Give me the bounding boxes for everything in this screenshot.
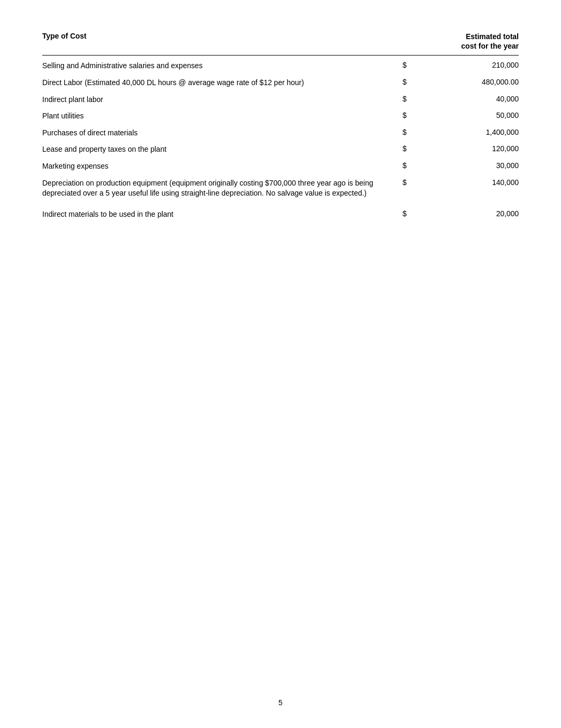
row-amount: 30,000 xyxy=(466,161,519,170)
row-label: Depreciation on production equipment (eq… xyxy=(42,178,403,199)
table-row: Purchases of direct materials$1,400,000 xyxy=(42,125,519,142)
table-row: Plant utilities$50,000 xyxy=(42,108,519,125)
row-label: Plant utilities xyxy=(42,111,403,122)
row-amount: 480,000.00 xyxy=(466,78,519,86)
table-row: Direct Labor (Estimated 40,000 DL hours … xyxy=(42,75,519,91)
row-currency: $ xyxy=(403,144,407,153)
page-container: Type of Cost Estimated total cost for th… xyxy=(0,0,561,254)
row-label: Indirect materials to be used in the pla… xyxy=(42,209,403,220)
page-number: 5 xyxy=(278,698,283,707)
row-currency: $ xyxy=(403,209,407,218)
row-value-container: $50,000 xyxy=(403,111,519,119)
table-header: Type of Cost Estimated total cost for th… xyxy=(42,32,519,56)
row-value-container: $20,000 xyxy=(403,209,519,218)
row-currency: $ xyxy=(403,128,407,136)
table-row: Selling and Administrative salaries and … xyxy=(42,58,519,75)
row-value-container: $210,000 xyxy=(403,61,519,69)
row-currency: $ xyxy=(403,111,407,119)
table-row: Lease and property taxes on the plant$12… xyxy=(42,141,519,158)
estimated-line1: Estimated total xyxy=(466,32,519,41)
row-value-container: $480,000.00 xyxy=(403,78,519,86)
row-currency: $ xyxy=(403,178,407,187)
row-currency: $ xyxy=(403,95,407,103)
row-amount: 40,000 xyxy=(466,95,519,103)
row-label: Lease and property taxes on the plant xyxy=(42,144,403,155)
row-amount: 50,000 xyxy=(466,111,519,119)
row-label: Direct Labor (Estimated 40,000 DL hours … xyxy=(42,78,403,88)
row-label: Indirect plant labor xyxy=(42,95,403,105)
table-row: Depreciation on production equipment (eq… xyxy=(42,175,519,202)
row-currency: $ xyxy=(403,61,407,69)
row-currency: $ xyxy=(403,78,407,86)
row-label: Selling and Administrative salaries and … xyxy=(42,61,403,71)
estimated-line2: cost for the year xyxy=(461,42,519,50)
row-value-container: $120,000 xyxy=(403,144,519,153)
row-amount: 1,400,000 xyxy=(466,128,519,136)
col-type-header: Type of Cost xyxy=(42,32,403,40)
row-label: Purchases of direct materials xyxy=(42,128,403,139)
row-amount: 20,000 xyxy=(466,209,519,218)
row-amount: 140,000 xyxy=(466,178,519,187)
row-value-container: $140,000 xyxy=(403,178,519,187)
row-amount: 120,000 xyxy=(466,144,519,153)
row-value-container: $40,000 xyxy=(403,95,519,103)
row-currency: $ xyxy=(403,161,407,170)
cost-table: Type of Cost Estimated total cost for th… xyxy=(42,32,519,223)
table-row: Marketing expenses$30,000 xyxy=(42,158,519,175)
table-body: Selling and Administrative salaries and … xyxy=(42,58,519,223)
table-row: Indirect materials to be used in the pla… xyxy=(42,206,519,223)
row-value-container: $1,400,000 xyxy=(403,128,519,136)
row-amount: 210,000 xyxy=(466,61,519,69)
col-estimated-header: Estimated total cost for the year xyxy=(403,32,519,51)
table-row: Indirect plant labor$40,000 xyxy=(42,91,519,108)
row-value-container: $30,000 xyxy=(403,161,519,170)
row-label: Marketing expenses xyxy=(42,161,403,172)
